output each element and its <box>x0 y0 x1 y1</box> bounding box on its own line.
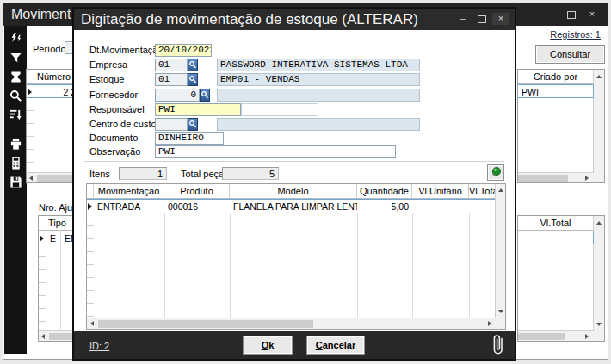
scroll-left-icon[interactable] <box>41 334 45 339</box>
hourglass-icon[interactable] <box>9 71 22 83</box>
selected-detail-row[interactable]: E ENT <box>39 231 77 244</box>
left-toolbar <box>4 26 27 354</box>
itens-label: Itens <box>89 169 110 179</box>
empresa-desc-field: PASSWORD INTERATIVA SISTEMAS LTDA <box>217 59 420 71</box>
green-ball-icon <box>490 166 502 177</box>
selected-movement-row[interactable]: 2 2 <box>27 84 77 98</box>
item-row[interactable]: ENTRADA 000016 FLANELA PARA LIMPAR LENTE… <box>87 199 497 213</box>
responsavel-label: Responsável <box>89 104 145 114</box>
filter-icon[interactable] <box>9 52 22 65</box>
minimize-icon[interactable]: – <box>455 13 470 25</box>
estoque-lookup-button[interactable] <box>188 73 198 86</box>
cancel-button[interactable]: Cancelar <box>306 336 365 355</box>
movements-grid-vscrollbar[interactable] <box>593 70 604 182</box>
scroll-up-icon[interactable] <box>596 221 602 225</box>
column-numero: Número <box>27 70 77 84</box>
item-search-button[interactable] <box>487 164 504 181</box>
movements-grid-left[interactable]: Número 2 2 <box>26 69 77 183</box>
scroll-right-icon[interactable] <box>585 176 589 181</box>
consultar-button[interactable]: Consultar <box>535 45 605 64</box>
centro-custo-desc-field <box>217 118 420 131</box>
empresa-lookup-button[interactable] <box>188 59 198 71</box>
close-icon[interactable]: × <box>492 13 509 25</box>
scroll-thumb[interactable] <box>37 175 77 182</box>
observacao-label: Observação <box>89 146 140 157</box>
nro-ajuste-label: Nro. Ajus <box>39 202 77 213</box>
estoque-field[interactable]: 01 <box>155 73 188 86</box>
scroll-up-icon[interactable] <box>498 188 503 192</box>
scroll-thumb[interactable] <box>518 333 565 340</box>
selected-detail-row-right[interactable] <box>518 231 594 244</box>
scroll-right-icon[interactable] <box>488 321 491 326</box>
cell-quantidade: 5,00 <box>357 200 412 213</box>
centro-custo-field[interactable] <box>155 118 188 131</box>
scroll-down-icon[interactable] <box>498 310 503 313</box>
scroll-up-icon[interactable] <box>596 75 602 78</box>
flash-icon[interactable] <box>9 33 22 46</box>
documento-label: Documento <box>89 133 138 143</box>
responsavel-desc-field <box>241 103 318 116</box>
ok-button[interactable]: Ok <box>243 336 293 355</box>
dialog-footer: ID: 2 Ok Cancelar <box>74 331 515 359</box>
scroll-down-icon[interactable] <box>596 323 602 326</box>
detail-grid-hscrollbar-right[interactable] <box>518 330 594 341</box>
column-vl-total: Vl.Total <box>518 216 594 231</box>
calculator-icon[interactable] <box>9 157 22 170</box>
scroll-right-icon[interactable] <box>585 334 589 339</box>
sort-icon[interactable] <box>9 108 22 121</box>
screen: Moviment – × Registros: 1 Período Consul… <box>0 0 611 364</box>
column-criado-por: Criado por <box>518 70 594 84</box>
stock-movement-dialog: Digitação de movimentação de estoque (AL… <box>72 7 516 361</box>
column-quantidade: Quantidade <box>357 184 412 199</box>
scroll-left-icon[interactable] <box>90 321 94 326</box>
scroll-thumb[interactable] <box>98 320 313 328</box>
estoque-desc-field: EMP01 - VENDAS <box>217 73 420 86</box>
movements-grid-right[interactable]: Criado por PWI <box>517 69 605 183</box>
close-icon[interactable]: × <box>584 9 600 21</box>
paperclip-icon[interactable] <box>491 333 506 357</box>
centro-custo-label: Centro de custo <box>89 119 157 129</box>
scroll-thumb[interactable] <box>518 175 568 182</box>
background-window-title: Moviment <box>11 3 71 26</box>
fornecedor-field[interactable]: 0 <box>155 89 200 102</box>
detail-grid-right[interactable]: Vl.Total <box>517 215 605 342</box>
row-indicator-icon <box>28 89 32 96</box>
minimize-icon[interactable]: – <box>544 9 559 21</box>
column-produto: Produto <box>164 184 230 199</box>
row-indicator-icon <box>88 203 92 210</box>
separator <box>84 161 504 164</box>
dialog-titlebar: Digitação de movimentação de estoque (AL… <box>74 9 515 30</box>
movements-grid-hscrollbar[interactable] <box>27 172 77 182</box>
movements-grid-hscrollbar-right[interactable] <box>518 172 594 182</box>
itens-field: 1 <box>119 167 167 180</box>
detail-grid-hscrollbar[interactable] <box>39 330 77 341</box>
column-movimentacao: Movimentação <box>94 184 164 199</box>
registros-link[interactable]: Registros: 1 <box>550 29 601 40</box>
print-icon[interactable] <box>9 138 22 151</box>
save-icon[interactable] <box>9 176 22 188</box>
id-link[interactable]: ID: 2 <box>89 341 109 351</box>
documento-field[interactable]: DINHEIRO <box>155 132 224 145</box>
empresa-field[interactable]: 01 <box>155 59 188 71</box>
search-icon[interactable] <box>9 89 22 102</box>
scroll-left-icon[interactable] <box>29 176 33 181</box>
selected-movement-row-right[interactable]: PWI <box>518 84 594 98</box>
estoque-label: Estoque <box>89 74 124 84</box>
fornecedor-desc-field <box>217 89 420 102</box>
fornecedor-lookup-button[interactable] <box>200 89 210 102</box>
observacao-field[interactable]: PWI <box>155 145 396 158</box>
column-modelo: Modelo <box>230 184 357 199</box>
empresa-label: Empresa <box>89 59 127 70</box>
items-grid[interactable]: Movimentação Produto Modelo Quantidade V… <box>86 183 506 330</box>
maximize-icon[interactable] <box>564 9 579 21</box>
centro-custo-lookup-button[interactable] <box>188 118 198 131</box>
total-pecas-field: 5 <box>222 167 279 180</box>
items-grid-vscrollbar[interactable] <box>495 184 505 329</box>
cell-modelo: FLANELA PARA LIMPAR LENTES <box>230 200 357 213</box>
items-grid-hscrollbar[interactable] <box>87 318 497 329</box>
maximize-icon[interactable] <box>474 13 489 25</box>
responsavel-field[interactable]: PWI <box>155 103 241 116</box>
periodo-label: Período <box>33 44 66 54</box>
dt-movimentacao-field[interactable]: 20/10/2022 <box>155 44 212 57</box>
detail-grid-vscrollbar[interactable] <box>593 216 604 341</box>
